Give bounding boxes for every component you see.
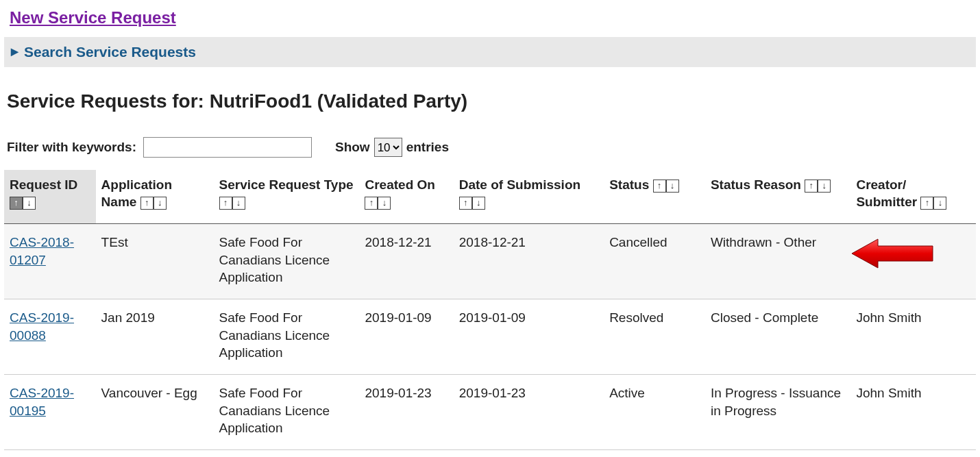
cell-request-id: CAS-2019-00088	[4, 299, 96, 374]
sort-asc-icon[interactable]: ↑	[10, 197, 23, 210]
cell-type: Safe Food For Canadians Licence Applicat…	[214, 224, 360, 299]
col-header-submitted: Date of Submission ↑↓	[454, 170, 604, 224]
table-row: CAS-2019-00195Vancouver - EggSafe Food F…	[4, 374, 976, 449]
request-id-link[interactable]: CAS-2019-00195	[10, 386, 74, 418]
request-id-link[interactable]: CAS-2019-00088	[10, 310, 74, 343]
search-toggle-bar[interactable]: ▶ Search Service Requests	[4, 37, 976, 67]
sort-asc-icon[interactable]: ↑	[365, 197, 378, 210]
col-header-type: Service Request Type ↑↓	[214, 170, 360, 224]
cell-status: Resolved	[604, 299, 705, 374]
cell-creator: John Smith	[850, 374, 976, 449]
page-title: Service Requests for: NutriFood1 (Valida…	[7, 90, 976, 112]
filter-label: Filter with keywords:	[7, 140, 136, 155]
cell-created: 2018-12-21	[359, 224, 453, 299]
service-requests-table: Request ID ↑↓ Application Name ↑↓ Servic…	[4, 170, 976, 450]
cell-app-name: Jan 2019	[96, 299, 214, 374]
show-label-pre: Show	[335, 140, 370, 155]
cell-created: 2019-01-09	[359, 299, 453, 374]
search-toggle-label: Search Service Requests	[24, 44, 196, 60]
cell-request-id: CAS-2018-01207	[4, 224, 96, 299]
col-header-status: Status ↑↓	[604, 170, 705, 224]
sort-desc-icon[interactable]: ↓	[666, 180, 679, 193]
sort-asc-icon[interactable]: ↑	[805, 180, 818, 193]
cell-creator	[850, 224, 976, 299]
cell-submitted: 2019-01-09	[454, 299, 604, 374]
cell-app-name: Vancouver - Egg	[96, 374, 214, 449]
sort-desc-icon[interactable]: ↓	[933, 197, 946, 210]
cell-status: Active	[604, 374, 705, 449]
expand-icon: ▶	[11, 46, 19, 57]
col-header-reason: Status Reason ↑↓	[705, 170, 851, 224]
request-id-link[interactable]: CAS-2018-01207	[10, 235, 74, 267]
cell-type: Safe Food For Canadians Licence Applicat…	[214, 299, 360, 374]
sort-asc-icon[interactable]: ↑	[219, 197, 232, 210]
sort-desc-icon[interactable]: ↓	[378, 197, 391, 210]
sort-asc-icon[interactable]: ↑	[653, 180, 666, 193]
cell-reason: Withdrawn - Other	[705, 224, 851, 299]
sort-asc-icon[interactable]: ↑	[920, 197, 933, 210]
cell-status: Cancelled	[604, 224, 705, 299]
table-row: CAS-2019-00088Jan 2019Safe Food For Cana…	[4, 299, 976, 374]
sort-desc-icon[interactable]: ↓	[232, 197, 245, 210]
cell-reason: Closed - Complete	[705, 299, 851, 374]
table-row: CAS-2018-01207TEstSafe Food For Canadian…	[4, 224, 976, 299]
cell-request-id: CAS-2019-00195	[4, 374, 96, 449]
entries-select[interactable]: 10	[374, 138, 402, 157]
col-header-app-name: Application Name ↑↓	[96, 170, 214, 224]
sort-desc-icon[interactable]: ↓	[23, 197, 36, 210]
sort-asc-icon[interactable]: ↑	[140, 197, 154, 210]
new-service-request-link[interactable]: New Service Request	[10, 8, 176, 27]
cell-submitted: 2018-12-21	[454, 224, 604, 299]
sort-asc-icon[interactable]: ↑	[459, 197, 472, 210]
show-label-post: entries	[406, 140, 449, 155]
cell-submitted: 2019-01-23	[454, 374, 604, 449]
cell-reason: In Progress - Issuance in Progress	[705, 374, 851, 449]
svg-marker-0	[852, 239, 933, 268]
cell-created: 2019-01-23	[359, 374, 453, 449]
cell-app-name: TEst	[96, 224, 214, 299]
table-controls: Filter with keywords: Show 10 entries	[7, 137, 976, 158]
sort-desc-icon[interactable]: ↓	[154, 197, 167, 210]
col-header-creator: Creator/ Submitter ↑↓	[850, 170, 976, 224]
sort-desc-icon[interactable]: ↓	[818, 180, 831, 193]
col-header-request-id: Request ID ↑↓	[4, 170, 96, 224]
cell-type: Safe Food For Canadians Licence Applicat…	[214, 374, 360, 449]
sort-desc-icon[interactable]: ↓	[472, 197, 485, 210]
filter-input[interactable]	[143, 137, 312, 158]
col-header-created: Created On ↑↓	[359, 170, 453, 224]
cell-creator: John Smith	[850, 299, 976, 374]
